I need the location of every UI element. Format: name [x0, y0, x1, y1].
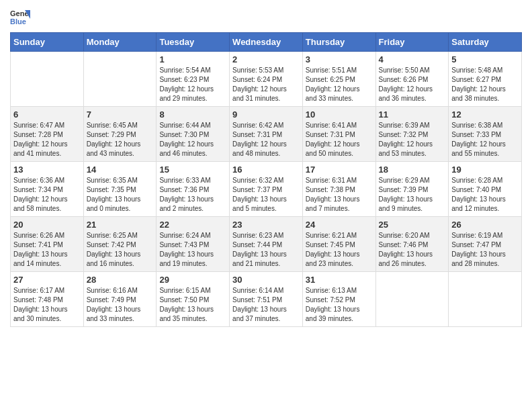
logo-icon: General Blue — [10, 7, 30, 27]
day-info: Sunrise: 6:25 AM Sunset: 7:42 PM Dayligh… — [87, 231, 154, 269]
day-info: Sunrise: 6:19 AM Sunset: 7:47 PM Dayligh… — [451, 231, 519, 269]
calendar-cell: 10Sunrise: 6:41 AM Sunset: 7:31 PM Dayli… — [302, 107, 375, 162]
day-info: Sunrise: 5:48 AM Sunset: 6:27 PM Dayligh… — [451, 66, 519, 103]
day-info: Sunrise: 6:47 AM Sunset: 7:28 PM Dayligh… — [13, 121, 81, 158]
day-number: 9 — [232, 109, 300, 120]
calendar-cell: 9Sunrise: 6:42 AM Sunset: 7:31 PM Daylig… — [230, 107, 303, 162]
day-number: 22 — [159, 220, 226, 230]
header-day-friday: Friday — [375, 33, 449, 52]
day-number: 4 — [379, 54, 446, 64]
calendar-cell: 24Sunrise: 6:21 AM Sunset: 7:45 PM Dayli… — [302, 217, 375, 272]
day-info: Sunrise: 6:28 AM Sunset: 7:40 PM Dayligh… — [451, 176, 519, 214]
day-info: Sunrise: 6:16 AM Sunset: 7:49 PM Dayligh… — [87, 286, 154, 324]
calendar-week-row: 6Sunrise: 6:47 AM Sunset: 7:28 PM Daylig… — [11, 107, 522, 162]
day-number: 25 — [379, 220, 446, 230]
calendar-cell: 2Sunrise: 5:53 AM Sunset: 6:24 PM Daylig… — [230, 52, 303, 107]
calendar-cell: 3Sunrise: 5:51 AM Sunset: 6:25 PM Daylig… — [302, 52, 375, 107]
calendar-cell: 27Sunrise: 6:17 AM Sunset: 7:48 PM Dayli… — [11, 272, 84, 327]
day-info: Sunrise: 5:51 AM Sunset: 6:25 PM Dayligh… — [306, 66, 373, 103]
day-number: 13 — [13, 165, 81, 175]
day-info: Sunrise: 6:41 AM Sunset: 7:31 PM Dayligh… — [306, 121, 373, 158]
day-number: 14 — [87, 165, 154, 175]
day-number: 29 — [159, 275, 226, 285]
day-info: Sunrise: 6:32 AM Sunset: 7:37 PM Dayligh… — [232, 176, 300, 214]
calendar-cell: 19Sunrise: 6:28 AM Sunset: 7:40 PM Dayli… — [449, 162, 522, 217]
day-info: Sunrise: 5:54 AM Sunset: 6:23 PM Dayligh… — [159, 66, 226, 103]
day-info: Sunrise: 6:14 AM Sunset: 7:51 PM Dayligh… — [232, 286, 300, 324]
day-number: 11 — [379, 109, 446, 120]
calendar-cell: 22Sunrise: 6:24 AM Sunset: 7:43 PM Dayli… — [157, 217, 230, 272]
calendar-cell: 13Sunrise: 6:36 AM Sunset: 7:34 PM Dayli… — [11, 162, 84, 217]
day-info: Sunrise: 6:24 AM Sunset: 7:43 PM Dayligh… — [159, 231, 226, 269]
header-day-monday: Monday — [83, 33, 157, 52]
day-info: Sunrise: 6:21 AM Sunset: 7:45 PM Dayligh… — [306, 231, 373, 269]
calendar-cell — [83, 52, 157, 107]
calendar-cell: 11Sunrise: 6:39 AM Sunset: 7:32 PM Dayli… — [375, 107, 449, 162]
day-info: Sunrise: 6:35 AM Sunset: 7:35 PM Dayligh… — [87, 176, 154, 214]
day-number: 18 — [379, 165, 446, 175]
calendar-header-row: SundayMondayTuesdayWednesdayThursdayFrid… — [11, 33, 522, 52]
day-number: 23 — [232, 220, 300, 230]
day-number: 8 — [159, 109, 226, 120]
calendar-cell: 15Sunrise: 6:33 AM Sunset: 7:36 PM Dayli… — [157, 162, 230, 217]
day-number: 2 — [232, 54, 300, 64]
day-number: 7 — [87, 109, 154, 120]
calendar-week-row: 20Sunrise: 6:26 AM Sunset: 7:41 PM Dayli… — [11, 217, 522, 272]
day-info: Sunrise: 6:45 AM Sunset: 7:29 PM Dayligh… — [87, 121, 154, 158]
calendar-cell: 14Sunrise: 6:35 AM Sunset: 7:35 PM Dayli… — [83, 162, 157, 217]
header-day-thursday: Thursday — [302, 33, 375, 52]
calendar-cell — [375, 272, 449, 327]
day-info: Sunrise: 6:17 AM Sunset: 7:48 PM Dayligh… — [13, 286, 81, 324]
day-number: 28 — [87, 275, 154, 285]
day-info: Sunrise: 6:33 AM Sunset: 7:36 PM Dayligh… — [159, 176, 226, 214]
day-info: Sunrise: 6:20 AM Sunset: 7:46 PM Dayligh… — [379, 231, 446, 269]
day-info: Sunrise: 6:29 AM Sunset: 7:39 PM Dayligh… — [379, 176, 446, 214]
calendar-cell: 8Sunrise: 6:44 AM Sunset: 7:30 PM Daylig… — [157, 107, 230, 162]
day-number: 16 — [232, 165, 300, 175]
calendar-cell: 29Sunrise: 6:15 AM Sunset: 7:50 PM Dayli… — [157, 272, 230, 327]
calendar-cell: 17Sunrise: 6:31 AM Sunset: 7:38 PM Dayli… — [302, 162, 375, 217]
day-number: 3 — [306, 54, 373, 64]
calendar-week-row: 13Sunrise: 6:36 AM Sunset: 7:34 PM Dayli… — [11, 162, 522, 217]
day-number: 17 — [306, 165, 373, 175]
calendar-cell: 30Sunrise: 6:14 AM Sunset: 7:51 PM Dayli… — [230, 272, 303, 327]
calendar-cell: 16Sunrise: 6:32 AM Sunset: 7:37 PM Dayli… — [230, 162, 303, 217]
header-day-saturday: Saturday — [449, 33, 522, 52]
day-number: 6 — [13, 109, 81, 120]
calendar-cell: 5Sunrise: 5:48 AM Sunset: 6:27 PM Daylig… — [449, 52, 522, 107]
calendar-cell: 21Sunrise: 6:25 AM Sunset: 7:42 PM Dayli… — [83, 217, 157, 272]
day-number: 26 — [451, 220, 519, 230]
day-info: Sunrise: 6:31 AM Sunset: 7:38 PM Dayligh… — [306, 176, 373, 214]
header-day-wednesday: Wednesday — [230, 33, 303, 52]
calendar-week-row: 1Sunrise: 5:54 AM Sunset: 6:23 PM Daylig… — [11, 52, 522, 107]
day-number: 27 — [13, 275, 81, 285]
svg-text:Blue: Blue — [10, 17, 26, 26]
calendar-cell: 12Sunrise: 6:38 AM Sunset: 7:33 PM Dayli… — [449, 107, 522, 162]
calendar-cell: 20Sunrise: 6:26 AM Sunset: 7:41 PM Dayli… — [11, 217, 84, 272]
calendar-week-row: 27Sunrise: 6:17 AM Sunset: 7:48 PM Dayli… — [11, 272, 522, 327]
day-number: 15 — [159, 165, 226, 175]
day-number: 12 — [451, 109, 519, 120]
calendar-cell: 23Sunrise: 6:23 AM Sunset: 7:44 PM Dayli… — [230, 217, 303, 272]
day-info: Sunrise: 6:44 AM Sunset: 7:30 PM Dayligh… — [159, 121, 226, 158]
day-number: 1 — [159, 54, 226, 64]
day-number: 5 — [451, 54, 519, 64]
day-info: Sunrise: 6:38 AM Sunset: 7:33 PM Dayligh… — [451, 121, 519, 158]
page-header: General Blue — [10, 7, 522, 27]
calendar-cell: 18Sunrise: 6:29 AM Sunset: 7:39 PM Dayli… — [375, 162, 449, 217]
calendar-cell: 4Sunrise: 5:50 AM Sunset: 6:26 PM Daylig… — [375, 52, 449, 107]
logo: General Blue — [10, 7, 30, 27]
day-info: Sunrise: 6:15 AM Sunset: 7:50 PM Dayligh… — [159, 286, 226, 324]
day-number: 24 — [306, 220, 373, 230]
calendar-cell — [11, 52, 84, 107]
day-info: Sunrise: 5:50 AM Sunset: 6:26 PM Dayligh… — [379, 66, 446, 103]
day-info: Sunrise: 6:13 AM Sunset: 7:52 PM Dayligh… — [306, 286, 373, 324]
header-day-sunday: Sunday — [11, 33, 84, 52]
day-info: Sunrise: 5:53 AM Sunset: 6:24 PM Dayligh… — [232, 66, 300, 103]
day-info: Sunrise: 6:36 AM Sunset: 7:34 PM Dayligh… — [13, 176, 81, 214]
day-info: Sunrise: 6:39 AM Sunset: 7:32 PM Dayligh… — [379, 121, 446, 158]
calendar-cell: 6Sunrise: 6:47 AM Sunset: 7:28 PM Daylig… — [11, 107, 84, 162]
day-number: 31 — [306, 275, 373, 285]
header-day-tuesday: Tuesday — [157, 33, 230, 52]
calendar-cell — [449, 272, 522, 327]
